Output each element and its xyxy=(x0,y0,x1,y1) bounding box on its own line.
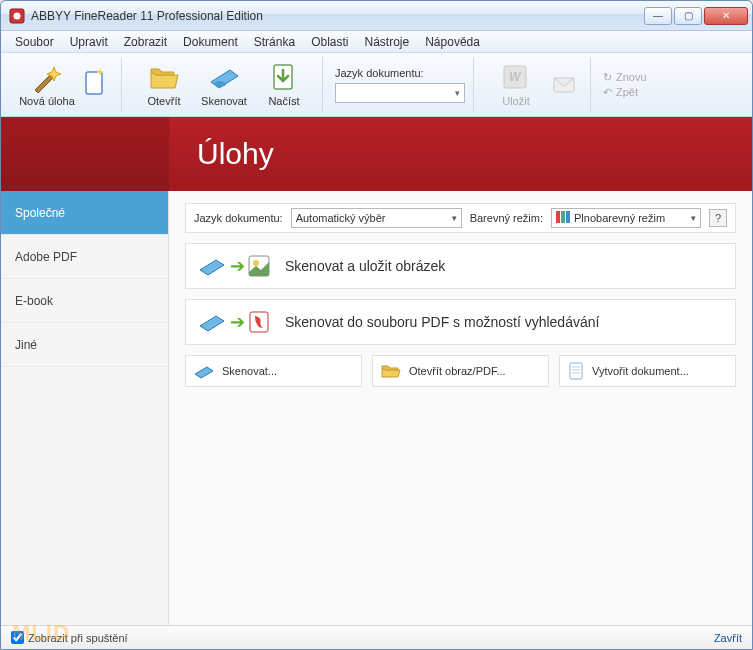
save-button: W Uložit xyxy=(486,57,546,113)
open-button[interactable]: Otevřít xyxy=(134,57,194,113)
sidebar-item-spolecne[interactable]: Společné xyxy=(1,191,168,235)
toolbar-history-group: ↻Znovu ↶Zpět xyxy=(595,57,655,112)
small-task-create-doc[interactable]: Vytvořit dokument... xyxy=(559,355,736,387)
new-task-button[interactable]: Nová úloha xyxy=(17,57,77,113)
scan-button[interactable]: Skenovat xyxy=(194,57,254,113)
scanner-icon xyxy=(198,254,228,278)
save-word-icon: W xyxy=(500,62,532,94)
menu-oblasti[interactable]: Oblasti xyxy=(303,33,356,51)
menu-stranka[interactable]: Stránka xyxy=(246,33,303,51)
task-scan-to-pdf[interactable]: ➔ Skenovat do souboru PDF s možností vyh… xyxy=(185,299,736,345)
sidebar: Společné Adobe PDF E-book Jiné xyxy=(1,191,169,625)
task-scan-save-image[interactable]: ➔ Skenovat a uložit obrázek xyxy=(185,243,736,289)
menu-nastroje[interactable]: Nástroje xyxy=(357,33,418,51)
new-task-small-button[interactable] xyxy=(77,57,113,113)
svg-rect-12 xyxy=(561,211,565,223)
wand-icon xyxy=(31,62,63,94)
image-icon xyxy=(247,254,271,278)
folder-open-icon xyxy=(381,363,401,379)
menu-soubor[interactable]: Soubor xyxy=(7,33,62,51)
task-icons: ➔ xyxy=(198,310,271,334)
svg-point-15 xyxy=(253,260,259,266)
task-icons: ➔ xyxy=(198,254,271,278)
document-sparkle-icon xyxy=(79,68,111,100)
scanner-icon xyxy=(198,310,228,334)
menu-upravit[interactable]: Upravit xyxy=(62,33,116,51)
sidebar-item-adobe-pdf[interactable]: Adobe PDF xyxy=(1,235,168,279)
content: Společné Adobe PDF E-book Jiné Jazyk dok… xyxy=(1,191,752,625)
scanner-icon xyxy=(208,62,240,94)
toolbar: Nová úloha Otevřít Skenovat xyxy=(1,53,752,117)
menu-dokument[interactable]: Dokument xyxy=(175,33,246,51)
toolbar-lang-select[interactable] xyxy=(335,83,465,103)
help-button[interactable]: ? xyxy=(709,209,727,227)
show-on-start-input[interactable] xyxy=(11,631,24,644)
small-task-open[interactable]: Otevřít obraz/PDF... xyxy=(372,355,549,387)
undo-icon: ↶ xyxy=(603,86,612,99)
small-task-scan[interactable]: Skenovat... xyxy=(185,355,362,387)
redo-button: ↻Znovu xyxy=(603,71,647,84)
document-icon xyxy=(568,362,584,380)
svg-rect-4 xyxy=(86,72,102,94)
statusbar: Zobrazit při spuštění Zavřít xyxy=(1,625,752,649)
toolbar-lang-label: Jazyk dokumentu: xyxy=(335,67,465,79)
document-arrow-icon xyxy=(268,62,300,94)
menubar: Soubor Upravit Zobrazit Dokument Stránka… xyxy=(1,31,752,53)
maximize-button[interactable]: ▢ xyxy=(674,7,702,25)
close-link[interactable]: Zavřít xyxy=(714,632,742,644)
scanner-icon xyxy=(194,363,214,379)
color-swatch-icon xyxy=(556,211,570,225)
sidebar-item-jine[interactable]: Jiné xyxy=(1,323,168,367)
save-send-button xyxy=(546,57,582,113)
svg-text:W: W xyxy=(509,70,522,84)
toolbar-lang-group: Jazyk dokumentu: xyxy=(327,57,474,112)
close-button[interactable]: ✕ xyxy=(704,7,748,25)
controls-row: Jazyk dokumentu: Automatický výběr Barev… xyxy=(185,203,736,233)
back-button: ↶Zpět xyxy=(603,86,647,99)
svg-point-1 xyxy=(14,12,21,19)
svg-rect-13 xyxy=(566,211,570,223)
small-tasks-row: Skenovat... Otevřít obraz/PDF... Vytvoři… xyxy=(185,355,736,387)
banner-title: Úlohy xyxy=(169,137,274,171)
window-buttons: — ▢ ✕ xyxy=(644,7,748,25)
banner: Úlohy xyxy=(1,117,752,191)
arrow-right-icon: ➔ xyxy=(230,255,245,277)
envelope-icon xyxy=(548,68,580,100)
svg-rect-17 xyxy=(570,363,582,379)
pdf-icon xyxy=(247,310,271,334)
arrow-right-icon: ➔ xyxy=(230,311,245,333)
pane-color-label: Barevný režim: xyxy=(470,212,543,224)
pane-lang-select[interactable]: Automatický výběr xyxy=(291,208,462,228)
main-area: Úlohy Společné Adobe PDF E-book Jiné Jaz… xyxy=(1,117,752,649)
svg-marker-2 xyxy=(35,74,54,93)
show-on-start-checkbox[interactable]: Zobrazit při spuštění xyxy=(11,631,128,644)
app-icon xyxy=(9,8,25,24)
window-title: ABBYY FineReader 11 Professional Edition xyxy=(31,9,644,23)
menu-zobrazit[interactable]: Zobrazit xyxy=(116,33,175,51)
svg-rect-11 xyxy=(556,211,560,223)
pane-lang-label: Jazyk dokumentu: xyxy=(194,212,283,224)
load-button[interactable]: Načíst xyxy=(254,57,314,113)
pane-color-select[interactable]: Plnobarevný režim xyxy=(551,208,701,228)
pane: Jazyk dokumentu: Automatický výběr Barev… xyxy=(169,191,752,625)
svg-point-6 xyxy=(214,81,226,87)
app-window: ABBYY FineReader 11 Professional Edition… xyxy=(0,0,753,650)
task-label: Skenovat do souboru PDF s možností vyhle… xyxy=(285,314,599,330)
minimize-button[interactable]: — xyxy=(644,7,672,25)
folder-open-icon xyxy=(148,62,180,94)
menu-napoveda[interactable]: Nápověda xyxy=(417,33,488,51)
toolbar-group-io: Otevřít Skenovat Načíst xyxy=(126,57,323,112)
toolbar-group-save: W Uložit xyxy=(478,57,591,112)
titlebar: ABBYY FineReader 11 Professional Edition… xyxy=(1,1,752,31)
toolbar-group-task: Nová úloha xyxy=(9,57,122,112)
task-label: Skenovat a uložit obrázek xyxy=(285,258,445,274)
banner-spacer xyxy=(1,117,169,191)
redo-icon: ↻ xyxy=(603,71,612,84)
sidebar-item-ebook[interactable]: E-book xyxy=(1,279,168,323)
